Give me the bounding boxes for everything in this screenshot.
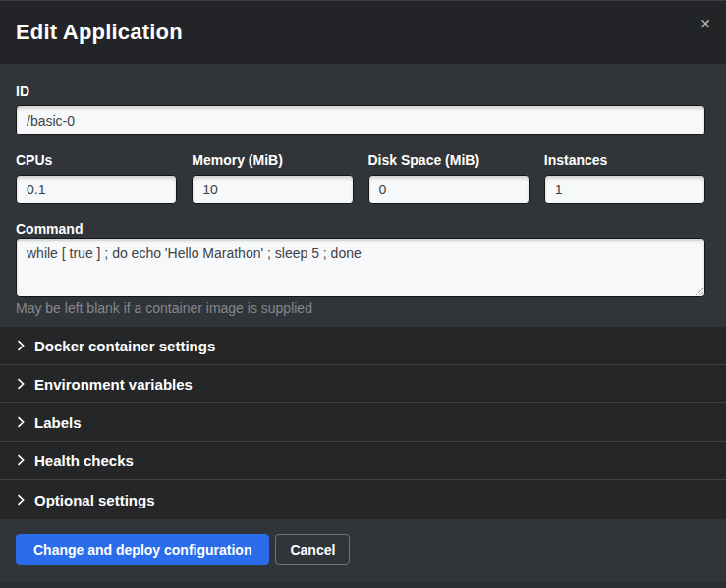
cancel-button[interactable]: Cancel: [275, 534, 350, 565]
section-health-checks[interactable]: Health checks: [0, 442, 726, 480]
dialog-title: Edit Application: [16, 20, 183, 45]
section-label: Docker container settings: [34, 338, 215, 354]
chevron-right-icon: [16, 454, 26, 466]
disk-space-input[interactable]: [368, 175, 530, 204]
cpus-field-group: CPUs: [16, 153, 177, 204]
section-environment-variables[interactable]: Environment variables: [0, 365, 726, 403]
section-label: Optional settings: [34, 492, 155, 508]
resources-row: CPUs Memory (MiB) Disk Space (MiB) Insta…: [16, 153, 705, 204]
id-input[interactable]: [16, 105, 705, 135]
change-and-deploy-button[interactable]: Change and deploy configuration: [16, 534, 269, 565]
command-textarea[interactable]: while [ true ] ; do echo 'Hello Marathon…: [16, 238, 705, 297]
cpus-input[interactable]: [16, 175, 177, 204]
dialog-header: Edit Application ✕: [0, 0, 726, 64]
chevron-right-icon: [16, 416, 26, 428]
command-field-group: Command while [ true ] ; do echo 'Hello …: [16, 222, 705, 315]
cpus-label: CPUs: [16, 153, 177, 167]
instances-input[interactable]: [544, 175, 705, 204]
section-docker-container-settings[interactable]: Docker container settings: [0, 327, 726, 365]
chevron-right-icon: [16, 378, 26, 390]
disk-space-label: Disk Space (MiB): [368, 153, 530, 167]
command-label: Command: [16, 222, 705, 236]
section-labels[interactable]: Labels: [0, 403, 726, 442]
dialog-bottom-edge: [0, 582, 726, 588]
memory-label: Memory (MiB): [192, 153, 353, 167]
disk-field-group: Disk Space (MiB): [368, 153, 530, 204]
close-icon[interactable]: ✕: [699, 17, 711, 30]
memory-input[interactable]: [192, 175, 353, 204]
chevron-right-icon: [16, 494, 26, 506]
section-optional-settings[interactable]: Optional settings: [0, 480, 726, 519]
section-label: Environment variables: [34, 376, 193, 393]
application-form: ID CPUs Memory (MiB) Disk Space (MiB) In…: [0, 64, 726, 327]
chevron-right-icon: [16, 340, 26, 351]
section-label: Health checks: [34, 453, 134, 469]
edit-application-dialog: Edit Application ✕ ID CPUs Memory (MiB) …: [0, 0, 726, 588]
dialog-footer: Change and deploy configuration Cancel: [0, 519, 726, 588]
command-help-text: May be left blank if a container image i…: [16, 301, 705, 315]
section-label: Labels: [34, 414, 82, 431]
memory-field-group: Memory (MiB): [192, 153, 353, 204]
command-textarea-wrap: while [ true ] ; do echo 'Hello Marathon…: [16, 238, 705, 297]
instances-field-group: Instances: [544, 153, 705, 204]
id-label: ID: [16, 84, 705, 98]
accordion-sections: Docker container settings Environment va…: [0, 327, 726, 519]
instances-label: Instances: [544, 153, 705, 167]
